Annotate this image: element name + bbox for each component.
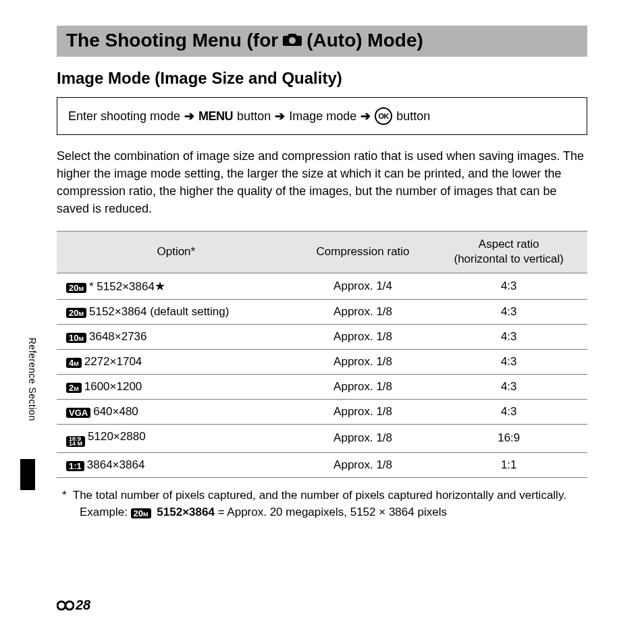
camera-icon <box>282 30 302 51</box>
option-cell: 10M3648×2736 <box>57 324 296 349</box>
table-row: 20M* 5152×3864★Approx. 1/44:3 <box>57 273 587 299</box>
compression-cell: Approx. 1/8 <box>296 424 431 452</box>
page-title: The Shooting Menu (for (Auto) Mode) <box>66 30 578 51</box>
intro-paragraph: Select the combination of image size and… <box>57 147 587 217</box>
svg-point-2 <box>65 601 74 610</box>
section-heading: Image Mode (Image Size and Quality) <box>57 69 587 88</box>
mp-badge: 10M <box>66 333 86 343</box>
page-title-bar: The Shooting Menu (for (Auto) Mode) <box>57 26 587 57</box>
side-tab-marker <box>20 459 35 490</box>
table-row: VGA640×480Approx. 1/84:3 <box>57 399 587 424</box>
table-row: 1:13864×3864Approx. 1/81:1 <box>57 452 587 477</box>
option-cell: 2M1600×1200 <box>57 374 296 399</box>
mp-badge: 20M <box>66 283 86 293</box>
table-row: 4M2272×1704Approx. 1/84:3 <box>57 349 587 374</box>
aspect-cell: 4:3 <box>430 299 587 324</box>
ok-button-icon: OK <box>375 107 392 125</box>
compression-cell: Approx. 1/4 <box>296 273 431 299</box>
page-number-value: 28 <box>76 597 90 613</box>
compression-cell: Approx. 1/8 <box>296 374 431 399</box>
th-aspect: Aspect ratio(horizontal to vertical) <box>430 232 587 273</box>
compression-cell: Approx. 1/8 <box>296 324 431 349</box>
nav-step-1: Enter shooting mode <box>68 109 180 124</box>
nav-step-4-suffix: button <box>396 109 430 124</box>
table-row: 10M3648×2736Approx. 1/84:3 <box>57 324 587 349</box>
compression-cell: Approx. 1/8 <box>296 452 431 477</box>
option-cell: 20M* 5152×3864★ <box>57 273 296 299</box>
aspect-cell: 16:9 <box>430 424 587 452</box>
mp-badge: 16:914 M <box>66 436 85 447</box>
svg-point-0 <box>289 37 296 44</box>
aspect-cell: 4:3 <box>430 324 587 349</box>
reference-link-icon <box>57 600 74 611</box>
footnote-example-prefix: Example: <box>80 506 128 518</box>
option-cell: VGA640×480 <box>57 399 296 424</box>
compression-cell: Approx. 1/8 <box>296 299 431 324</box>
footnote: * The total number of pixels captured, a… <box>57 487 587 520</box>
aspect-cell: 4:3 <box>430 273 587 299</box>
th-option: Option* <box>57 232 296 273</box>
table-row: 20M5152×3864 (default setting)Approx. 1/… <box>57 299 587 324</box>
arrow-icon: ➔ <box>275 109 285 124</box>
arrow-icon: ➔ <box>184 109 194 124</box>
aspect-cell: 4:3 <box>430 349 587 374</box>
option-cell: 1:13864×3864 <box>57 452 296 477</box>
footnote-example-bold: 5152×3864 <box>157 506 215 518</box>
option-cell: 4M2272×1704 <box>57 349 296 374</box>
nav-path-box: Enter shooting mode ➔ MENU button ➔ Imag… <box>57 97 587 135</box>
mp-badge: 4M <box>66 358 82 368</box>
compression-cell: Approx. 1/8 <box>296 349 431 374</box>
title-suffix: (Auto) Mode) <box>306 30 423 51</box>
th-compression: Compression ratio <box>296 232 431 273</box>
nav-step-2-suffix: button <box>237 109 271 124</box>
title-prefix: The Shooting Menu (for <box>66 30 278 51</box>
image-mode-table: Option* Compression ratio Aspect ratio(h… <box>57 231 587 478</box>
compression-cell: Approx. 1/8 <box>296 399 431 424</box>
star-icon: ★ <box>155 279 165 293</box>
mp-badge: VGA <box>66 408 90 418</box>
side-section-label: Reference Section <box>27 338 38 421</box>
aspect-cell: 4:3 <box>430 399 587 424</box>
arrow-icon: ➔ <box>360 109 371 124</box>
mp-badge: 20M <box>66 308 86 318</box>
table-row: 16:914 M5120×2880Approx. 1/816:9 <box>57 424 587 452</box>
aspect-cell: 1:1 <box>430 452 587 477</box>
nav-step-3: Image mode <box>289 109 356 124</box>
mp-badge: 1:1 <box>66 461 84 471</box>
mp-badge: 2M <box>66 383 82 393</box>
manual-page: The Shooting Menu (for (Auto) Mode) Imag… <box>0 0 644 534</box>
menu-button-label: MENU <box>198 109 233 124</box>
page-number: 28 <box>57 597 90 613</box>
mp-badge: 20M <box>131 508 151 518</box>
option-cell: 20M5152×3864 (default setting) <box>57 299 296 324</box>
svg-point-1 <box>57 601 65 610</box>
footnote-example-rest: = Approx. 20 megapixels, 5152 × 3864 pix… <box>218 506 447 518</box>
footnote-text: The total number of pixels captured, and… <box>73 489 566 502</box>
option-cell: 16:914 M5120×2880 <box>57 424 296 452</box>
table-row: 2M1600×1200Approx. 1/84:3 <box>57 374 587 399</box>
aspect-cell: 4:3 <box>430 374 587 399</box>
